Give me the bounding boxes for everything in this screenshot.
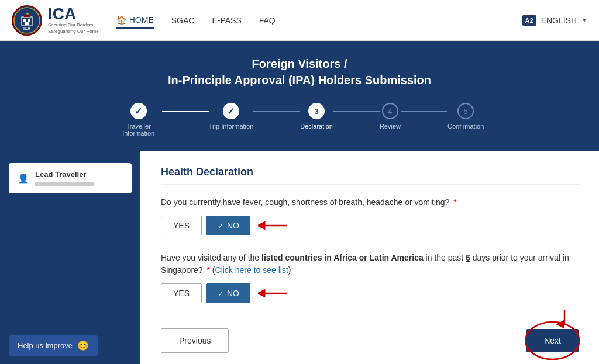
home-icon: 🏠: [116, 15, 126, 25]
check-icon-1: ✓: [218, 221, 224, 230]
logo-emblem: ★ ICA: [12, 5, 42, 36]
svg-rect-4: [23, 19, 26, 22]
connector-4-5: [401, 111, 447, 112]
nav-epass[interactable]: E-PASS: [212, 13, 241, 28]
question-2-text: Have you visited any of the listed count…: [161, 252, 579, 276]
connector-3-4: [333, 111, 380, 112]
step-2-circle: ✓: [223, 103, 239, 119]
form-area: Health Declaration Do you currently have…: [140, 151, 599, 364]
smiley-icon: 😊: [77, 340, 89, 351]
step-5-circle: 5: [457, 103, 474, 119]
step-2-label: Trip Information: [209, 123, 254, 130]
logo-text-block: ICA Securing Our Borders, Safeguarding O…: [48, 6, 99, 34]
svg-point-0: [12, 6, 42, 35]
red-arrow-svg-1: [258, 220, 293, 231]
traveller-card: 👤 Lead Traveller: [9, 163, 132, 193]
step-1: ✓ Traveller Information: [115, 103, 162, 137]
next-button[interactable]: Next: [526, 329, 579, 352]
q2-no-button[interactable]: ✓ NO: [206, 283, 250, 303]
q1-yes-button[interactable]: YES: [161, 216, 202, 235]
step-1-circle: ✓: [130, 103, 147, 119]
person-icon: 👤: [18, 173, 29, 184]
q2-yes-button[interactable]: YES: [161, 283, 202, 303]
sidebar: 👤 Lead Traveller Help us improve 😊: [0, 151, 140, 364]
step-4-circle: 4: [382, 103, 398, 119]
arrow-annotation-2: [258, 287, 293, 299]
help-improve-label: Help us improve: [18, 341, 73, 350]
nav-faq[interactable]: FAQ: [259, 13, 276, 28]
health-declaration-title: Health Declaration: [161, 166, 579, 185]
q1-no-button[interactable]: ✓ NO: [206, 216, 250, 235]
down-arrow-svg: [559, 310, 570, 328]
step-4: 4 Review: [380, 103, 401, 130]
header: ★ ICA ICA Securing Our Borders, Safeguar…: [0, 0, 599, 41]
traveller-info: Lead Traveller: [35, 170, 94, 186]
traveller-label: Lead Traveller: [35, 170, 94, 179]
step-5: 5 Confirmation: [447, 103, 484, 130]
connector-2-3: [253, 111, 300, 112]
check-icon-2: ✓: [218, 289, 224, 298]
help-improve-button[interactable]: Help us improve 😊: [9, 335, 98, 356]
nav-sgac[interactable]: SGAC: [171, 13, 195, 28]
step-2: ✓ Trip Information: [209, 103, 254, 130]
step-3: 3 Declaration: [300, 103, 333, 130]
next-button-wrapper: Next: [526, 329, 579, 352]
lang-label: ENGLISH: [541, 16, 577, 25]
step-3-circle: 3: [308, 103, 325, 119]
form-footer: Previous Next: [161, 320, 579, 353]
banner: Foreign Visitors / In-Principle Approval…: [0, 41, 599, 151]
yn-group-1: YES ✓ NO: [161, 216, 579, 235]
banner-title: Foreign Visitors / In-Principle Approval…: [12, 56, 587, 88]
step-4-label: Review: [380, 123, 401, 130]
lang-icon: A2: [522, 15, 536, 26]
red-arrow-svg-2: [258, 287, 293, 299]
logo-area: ★ ICA ICA Securing Our Borders, Safeguar…: [12, 5, 99, 36]
chevron-down-icon: ▼: [581, 17, 587, 23]
question-2-block: Have you visited any of the listed count…: [161, 252, 579, 303]
arrow-annotation-1: [258, 220, 293, 231]
logo-tagline: Securing Our Borders, Safeguarding Our H…: [48, 22, 99, 34]
main-content: 👤 Lead Traveller Help us improve 😊 Healt…: [0, 151, 599, 364]
nav-home[interactable]: 🏠 HOME: [116, 12, 154, 29]
language-selector[interactable]: A2 ENGLISH ▼: [522, 15, 587, 26]
connector-1-2: [162, 111, 209, 112]
svg-text:ICA: ICA: [23, 26, 30, 30]
question-1-text: Do you currently have fever, cough, shor…: [161, 196, 579, 209]
step-1-label: Traveller Information: [115, 123, 162, 137]
previous-button[interactable]: Previous: [161, 328, 229, 353]
required-star-1: *: [451, 197, 456, 207]
traveller-name-bar: [35, 182, 94, 186]
required-star-2: *: [205, 265, 210, 275]
question-1-block: Do you currently have fever, cough, shor…: [161, 196, 579, 235]
step-5-label: Confirmation: [447, 123, 484, 130]
step-3-label: Declaration: [300, 123, 333, 130]
svg-rect-5: [28, 19, 30, 22]
logo-ica-label: ICA: [48, 6, 99, 22]
yn-group-2: YES ✓ NO: [161, 283, 579, 303]
svg-rect-6: [25, 22, 29, 25]
see-list-link[interactable]: Click here to see list: [215, 265, 288, 275]
stepper: ✓ Traveller Information ✓ Trip Informati…: [12, 103, 587, 137]
nav-menu: 🏠 HOME SGAC E-PASS FAQ: [116, 12, 522, 29]
